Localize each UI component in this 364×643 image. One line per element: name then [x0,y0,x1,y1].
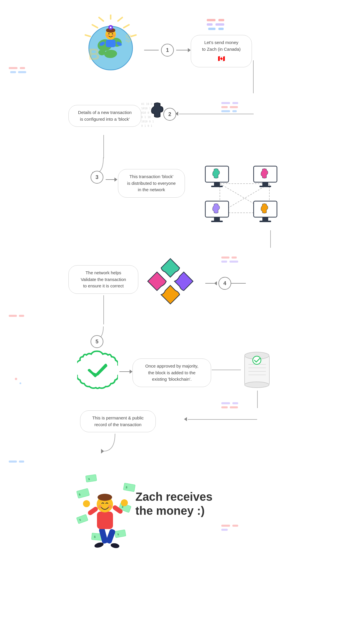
globe-character: B $ [80,15,141,76]
svg-rect-109 [114,530,126,538]
v-line-2 [103,135,104,158]
svg-rect-99 [123,483,135,492]
h-line-5 [212,370,241,370]
step-6-bubble: This is permanent & public record of the… [80,410,156,432]
section-1: B $ 1 Let's send money to Zach (in Canad… [63,9,301,93]
section-6: 6 This is permanent & public record of t… [63,399,301,452]
step-4-bubble: The network helps Validate the transacti… [68,265,138,294]
svg-rect-6 [9,67,17,69]
svg-line-41 [131,35,136,36]
svg-rect-27 [19,461,24,463]
svg-point-95 [253,356,261,364]
svg-line-39 [124,25,129,28]
svg-point-50 [108,33,109,34]
section-3: 3 This transaction 'block' is distribute… [63,157,301,242]
svg-text:1010 0 1: 1010 0 1 [141,120,154,123]
section-2: 2 Details of a new transaction is config… [63,93,301,157]
v-line-4 [103,295,104,324]
step-6-curve-down [98,434,121,457]
svg-text:0 1 0 1: 0 1 0 1 [141,124,152,127]
svg-rect-75 [214,182,220,186]
svg-text:01 10 0: 01 10 0 [141,103,152,106]
svg-rect-82 [211,221,223,222]
svg-marker-96 [101,449,104,454]
svg-point-87 [83,356,112,385]
puzzle-single-icon: 01 10 0 1010 1 0 010 0 1 0 1 10 1010 0 1… [141,96,182,137]
step-4-arrow: 4 [205,277,246,290]
svg-rect-81 [214,217,220,221]
svg-text:010 0 1: 010 0 1 [141,111,152,114]
step-1-circle: 1 [161,44,174,57]
network-computers [197,160,293,236]
section-7: $ $ $ $ $ $ $ [63,461,301,563]
svg-rect-78 [262,182,268,186]
svg-line-40 [85,35,90,36]
section-5: 5 Once approved by majority, the block i… [63,326,301,399]
svg-point-90 [245,382,269,388]
svg-line-37 [99,17,103,21]
svg-point-53 [112,34,115,37]
step-4-circle: 4 [218,277,231,290]
step-3-circle: 3 [91,171,103,184]
arrow-step3 [106,178,117,182]
arrow-step5 [119,370,132,374]
svg-point-119 [121,499,128,506]
svg-point-32 [20,382,21,384]
step-5-bubble: Once approved by majority, the block is … [132,359,211,387]
step-1-text: Let's send money to Zach (in Canada) [202,40,241,52]
svg-rect-9 [18,71,26,73]
zach-title-container: Zach receives the money :) [135,490,213,518]
svg-rect-54 [106,40,116,47]
svg-point-114 [110,543,120,549]
svg-rect-79 [259,186,271,187]
step-3-bubble: This transaction 'block' is distributed … [118,169,185,198]
svg-point-122 [98,505,102,508]
svg-point-123 [108,505,112,508]
svg-rect-85 [259,221,271,222]
svg-rect-8 [10,71,16,73]
svg-rect-84 [262,217,268,221]
svg-text:$: $ [125,32,132,45]
svg-text:0 1 10: 0 1 10 [141,116,151,119]
svg-rect-7 [20,67,25,69]
svg-point-58 [110,27,112,28]
svg-point-31 [15,378,17,380]
arrow-1: 1 [144,44,191,57]
svg-rect-101 [86,475,97,482]
approved-badge [77,350,118,391]
svg-point-121 [98,494,112,501]
zach-title: Zach receives the money :) [135,490,213,518]
svg-rect-21 [19,315,24,317]
arrow-head-left-6 [184,417,187,421]
h-line-6 [188,419,257,420]
svg-rect-116 [87,506,99,516]
step-1-bubble: Let's send money to Zach (in Canada) 🇨🇦 [191,35,252,67]
svg-rect-115 [97,512,113,529]
svg-text:B: B [88,45,100,63]
step-5-text: Once approved by majority, the block is … [145,363,198,382]
scroll-document [240,350,275,391]
svg-point-52 [107,34,109,37]
step-5-circle: 5 [91,335,103,348]
canada-flag: 🇨🇦 [197,54,245,63]
v-line-1 [253,60,254,93]
step-2-text: Details of a new transaction is configur… [78,110,132,122]
main-container: B $ 1 Let's send money to Zach (in Canad… [0,0,364,563]
h-line-2 [179,114,254,114]
step-3-text: This transaction 'block' is distributed … [127,174,176,192]
section-4: The network helps Validate the transacti… [63,242,301,326]
svg-rect-105 [76,514,88,524]
svg-line-38 [92,25,98,28]
step-2-bubble: Details of a new transaction is configur… [68,105,141,127]
svg-line-36 [118,17,122,21]
step-6-text: This is permanent & public record of the… [92,415,144,427]
svg-rect-20 [9,315,17,317]
puzzle-multi-icon [138,248,202,315]
step-4-text: The network helps Validate the transacti… [81,270,126,288]
zach-character: $ $ $ $ $ $ $ [74,466,141,554]
svg-rect-26 [9,461,17,463]
svg-point-118 [83,500,90,507]
svg-rect-112 [105,528,116,544]
svg-rect-76 [211,186,223,187]
svg-point-51 [112,33,113,34]
